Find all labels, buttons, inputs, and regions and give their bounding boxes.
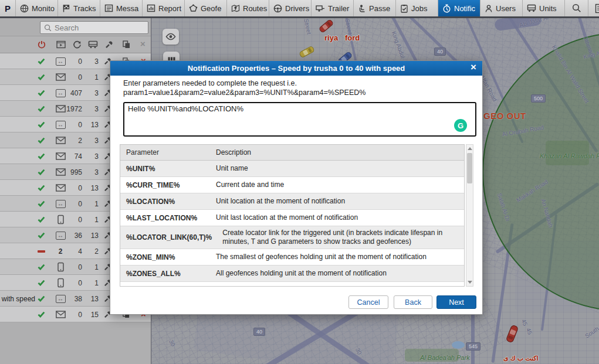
instruction-line: param1=value1&param2=value2&param3=%UNIT… [123, 89, 366, 98]
parameter-name: %LOCATOR_LINK(60,T)% [120, 231, 216, 244]
parameter-name: %CURR_TIME% [120, 179, 210, 192]
geofence-icon [189, 4, 198, 12]
tab-label: Drivers [285, 4, 309, 13]
tab-notifications[interactable]: Notific [438, 0, 480, 16]
parameter-description: Unit last location at the moment of noti… [210, 211, 464, 224]
parameter-row: %CURR_TIME% Current date and time [120, 177, 464, 193]
notification-properties-dialog: Notification Properties – Speed by trush… [110, 60, 483, 315]
tab-monitoring[interactable]: Monito [15, 0, 57, 16]
nav-search-button[interactable] [564, 0, 588, 16]
tab-label: Notific [454, 4, 475, 13]
parameter-description: The smallest of geofences holding unit a… [210, 250, 464, 264]
parameter-row: %LOCATION% Unit location at the moment o… [120, 193, 464, 210]
tab-drivers[interactable]: Drivers [269, 0, 311, 16]
dialog-instructions: Enter parameters needed to complete the … [123, 79, 366, 97]
message-icon [104, 4, 113, 12]
parameter-description: Create locator link for the triggered un… [216, 226, 464, 249]
user-icon [485, 4, 493, 13]
parameter-row: %ZONE_MIN% The smallest of geofences hol… [120, 249, 464, 266]
tab-label: Geofe [201, 4, 221, 13]
tab-label: Messa [116, 4, 138, 13]
tab-trailers[interactable]: Trailer [311, 0, 353, 16]
nav-edge-partial-button[interactable] [588, 0, 599, 16]
tab-jobs[interactable]: Jobs [395, 0, 438, 16]
back-button[interactable]: Back [394, 295, 432, 309]
tab-units[interactable]: Units [522, 0, 564, 16]
top-nav: P Monito Tracks Messa Report Geofe Route… [0, 0, 599, 18]
tab-label: Trailer [328, 4, 349, 13]
route-map-icon [231, 4, 240, 12]
cancel-button[interactable]: Cancel [348, 295, 388, 309]
parameter-name: %LAST_LOCATION% [120, 212, 210, 224]
next-button[interactable]: Next [436, 295, 476, 309]
column-header-description: Description [210, 146, 464, 159]
trailer-icon [316, 4, 325, 12]
parameter-row: %UNIT% Unit name [120, 161, 464, 177]
tab-passengers[interactable]: Passe [353, 0, 395, 16]
message-text-input[interactable]: Hello %UNIT%and%LOCATION% [123, 102, 476, 137]
tab-messages[interactable]: Messa [100, 0, 142, 16]
parameter-name: %UNIT% [120, 162, 210, 175]
tab-reports[interactable]: Report [142, 0, 184, 16]
tab-tracks[interactable]: Tracks [57, 0, 100, 16]
close-icon[interactable] [471, 62, 476, 73]
scrollbar-thumb[interactable] [467, 153, 472, 183]
tab-routes[interactable]: Routes [226, 0, 269, 16]
tab-label: Units [539, 4, 557, 13]
instruction-line: Enter parameters needed to complete the … [123, 79, 366, 89]
parameter-description: All geofences holding unit at the moment… [210, 267, 464, 280]
parameter-row: %LOCATOR_LINK(60,T)% Create locator link… [120, 226, 464, 249]
tab-geofences[interactable]: Geofe [184, 0, 226, 16]
dialog-header[interactable]: Notification Properties – Speed by trush… [110, 61, 482, 76]
scroll-up-icon[interactable] [466, 145, 473, 152]
passenger-icon [358, 4, 366, 13]
scroll-down-icon[interactable] [466, 278, 473, 286]
report-icon [147, 4, 155, 12]
tab-label: Jobs [411, 4, 427, 13]
table-header: Parameter Description [120, 145, 464, 161]
grammarly-icon[interactable]: G [454, 119, 467, 132]
parameter-name: %ZONES_ALL% [120, 267, 210, 280]
parameter-row: %LAST_LOCATION% Unit last location at th… [120, 210, 464, 226]
table-scrollbar[interactable] [466, 144, 473, 287]
tab-label: Monito [32, 4, 55, 13]
parameter-description: Unit location at the moment of notificat… [210, 195, 464, 208]
tab-label: Tracks [73, 4, 96, 13]
parameter-description: Current date and time [210, 178, 464, 192]
alarm-clock-icon [442, 4, 451, 13]
tab-label: Report [158, 4, 181, 13]
parameter-name: %ZONE_MIN% [120, 251, 210, 264]
parameters-table: Parameter Description %UNIT% Unit name %… [120, 144, 465, 287]
flag-icon [62, 4, 70, 13]
tab-label: Routes [243, 4, 267, 13]
bus-icon [527, 4, 536, 12]
parameter-name: %LOCATION% [120, 195, 210, 208]
magnifier-icon [572, 4, 581, 13]
document-icon [595, 4, 599, 13]
dialog-title: Notification Properties – Speed by trush… [188, 64, 405, 73]
tab-label: Passe [369, 4, 390, 13]
app-logo: P [0, 0, 15, 16]
tab-label: Users [496, 4, 516, 13]
globe-icon [20, 4, 29, 13]
steering-wheel-icon [273, 4, 282, 13]
parameter-description: Unit name [210, 162, 464, 175]
clipboard-icon [400, 4, 408, 13]
tab-users[interactable]: Users [480, 0, 522, 16]
parameter-row: %ZONES_ALL% All geofences holding unit a… [120, 266, 464, 282]
column-header-parameter: Parameter [120, 146, 210, 159]
